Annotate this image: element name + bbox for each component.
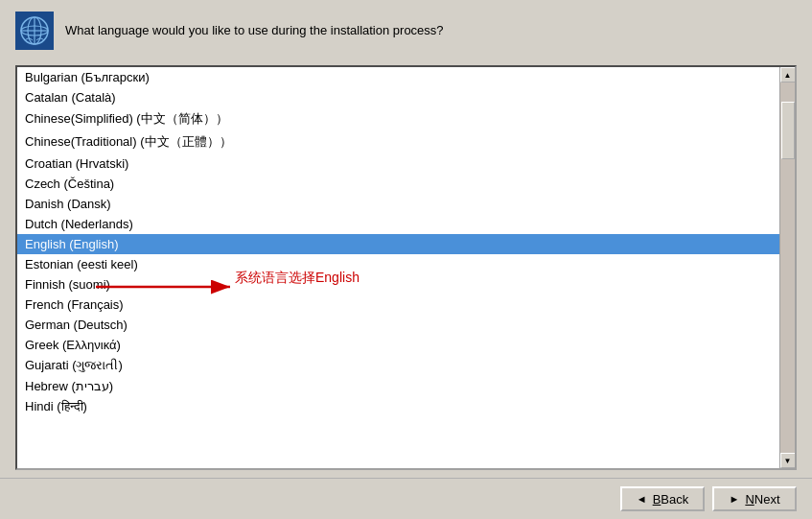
language-item[interactable]: Croatian (Hrvatski) bbox=[17, 153, 779, 174]
scroll-up-button[interactable]: ▲ bbox=[780, 67, 796, 83]
scroll-thumb[interactable] bbox=[781, 102, 795, 159]
un-logo-icon bbox=[15, 12, 54, 50]
language-item[interactable]: Chinese(Simplified) (中文（简体）） bbox=[17, 107, 779, 130]
language-item[interactable]: Dutch (Nederlands) bbox=[17, 214, 779, 234]
language-item[interactable]: German (Deutsch) bbox=[17, 315, 779, 335]
back-label: BBack bbox=[653, 492, 689, 507]
header-question: What language would you like to use duri… bbox=[65, 22, 444, 39]
language-item[interactable]: Czech (Čeština) bbox=[17, 174, 779, 194]
language-item[interactable]: Estonian (eesti keel) bbox=[17, 254, 779, 274]
language-item[interactable]: Finnish (suomi) bbox=[17, 274, 779, 295]
back-button[interactable]: ◄ BBack bbox=[620, 486, 705, 511]
language-item[interactable]: Gujarati (ગુજરાતી) bbox=[17, 355, 779, 376]
language-list-container: Bulgarian (Български)Catalan (Català)Chi… bbox=[15, 65, 797, 470]
language-list[interactable]: Bulgarian (Български)Catalan (Català)Chi… bbox=[17, 67, 779, 468]
language-item[interactable]: Greek (Ελληνικά) bbox=[17, 335, 779, 355]
next-label: NNext bbox=[745, 492, 779, 507]
language-item[interactable]: Catalan (Català) bbox=[17, 87, 779, 107]
language-item[interactable]: Bulgarian (Български) bbox=[17, 67, 779, 87]
language-item[interactable]: Danish (Dansk) bbox=[17, 194, 779, 214]
scroll-down-button[interactable]: ▼ bbox=[780, 453, 796, 468]
header: What language would you like to use duri… bbox=[0, 0, 812, 61]
scroll-track[interactable] bbox=[780, 83, 795, 453]
next-icon: ► bbox=[729, 493, 739, 505]
main-content: Bulgarian (Български)Catalan (Català)Chi… bbox=[0, 61, 812, 478]
next-button[interactable]: ► NNext bbox=[712, 486, 797, 511]
language-item[interactable]: Hebrew (עברית) bbox=[17, 376, 779, 396]
language-item[interactable]: Chinese(Traditional) (中文（正體）） bbox=[17, 130, 779, 153]
language-item[interactable]: French (Français) bbox=[17, 295, 779, 315]
scrollbar[interactable]: ▲ ▼ bbox=[779, 67, 795, 468]
language-item[interactable]: English (English) bbox=[17, 234, 779, 254]
footer: ◄ BBack ► NNext bbox=[0, 478, 812, 519]
back-icon: ◄ bbox=[637, 493, 647, 505]
language-item[interactable]: Hindi (हिन्दी) bbox=[17, 396, 779, 417]
